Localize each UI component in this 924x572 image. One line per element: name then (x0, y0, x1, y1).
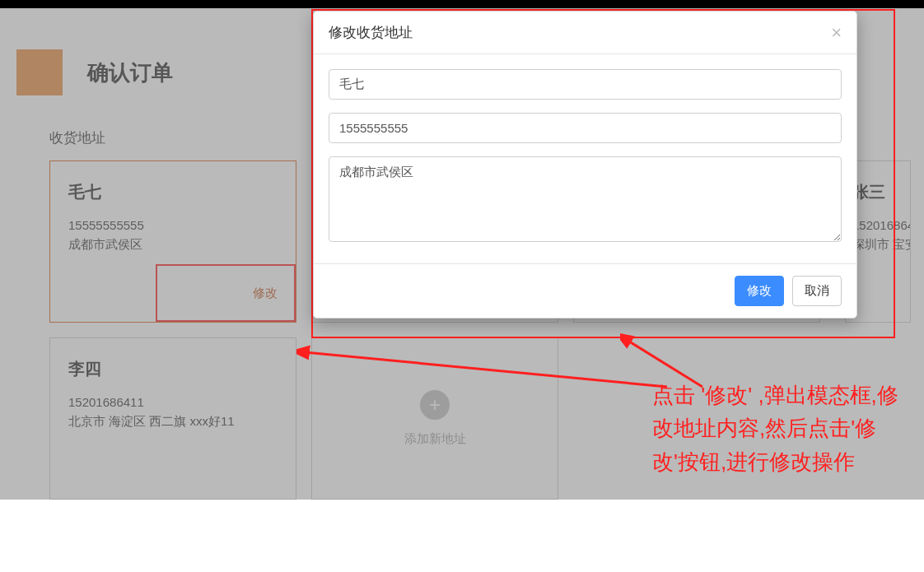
window-topbar (0, 0, 924, 8)
modal-header: 修改收货地址 × (314, 12, 856, 54)
phone-input[interactable] (329, 113, 842, 143)
edit-address-modal: 修改收货地址 × 成都市武侯区 修改 取消 (313, 11, 857, 319)
page-root: 确认订单 收货地址 毛七 15555555555 成都市武侯区 修改 李四 15… (0, 8, 924, 500)
modal-footer: 修改 取消 (314, 264, 856, 318)
modal-body: 成都市武侯区 (314, 54, 856, 264)
submit-button[interactable]: 修改 (735, 276, 784, 306)
cancel-button[interactable]: 取消 (792, 276, 842, 306)
name-input[interactable] (329, 69, 842, 100)
address-textarea[interactable]: 成都市武侯区 (329, 156, 842, 242)
modal-title: 修改收货地址 (329, 23, 413, 42)
close-icon[interactable]: × (831, 24, 842, 42)
